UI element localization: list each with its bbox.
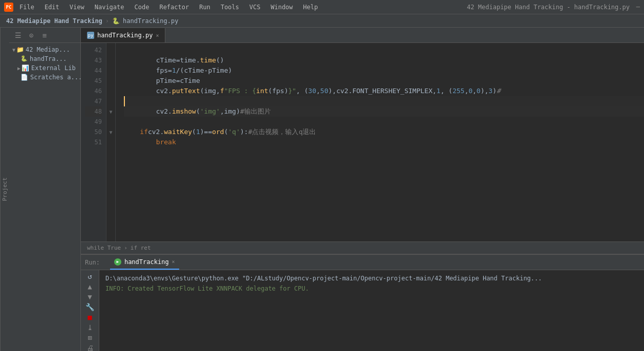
python-file-icon: 🐍: [20, 55, 28, 62]
menu-help[interactable]: Help: [301, 3, 320, 12]
code-line-47: [124, 96, 644, 106]
tree-item-scratches[interactable]: 📄 Scratches a...: [9, 73, 80, 82]
line-numbers: 42 43 44 45 46 47 48 49 50 51: [81, 43, 106, 242]
tree-arrow-extlib: ▶: [17, 65, 20, 71]
tree-item-extlib[interactable]: ▶ 📊 External Lib: [9, 63, 80, 73]
fold-arrow-48[interactable]: ▼: [109, 109, 112, 115]
menu-items: File Edit View Navigate Code Refactor Ru…: [17, 3, 467, 12]
tree-label-handtracking: handTra...: [30, 55, 67, 62]
menu-code[interactable]: Code: [133, 3, 152, 12]
code-line-42: [124, 45, 644, 55]
menu-run[interactable]: Run: [197, 3, 212, 12]
project-settings-icon[interactable]: ≡: [39, 30, 50, 41]
tree-label-extlib: External Lib: [31, 64, 76, 72]
tree-item-handtracking[interactable]: 🐍 handTra...: [9, 54, 80, 63]
project-sync-icon[interactable]: ⊙: [26, 30, 37, 41]
code-line-49: [124, 117, 644, 127]
code-line-45: pTime = cTime: [124, 76, 644, 86]
bottom-tab-close[interactable]: ×: [172, 259, 175, 265]
editor-breadcrumb: while True › if ret: [81, 242, 644, 254]
menu-window[interactable]: Window: [269, 3, 295, 12]
breadcrumb-project: 42 Mediapipe Hand Tracking: [6, 17, 102, 25]
menu-vcs[interactable]: VCS: [247, 3, 263, 12]
menu-file[interactable]: File: [17, 3, 36, 12]
print-button[interactable]: 🖨: [83, 344, 97, 351]
bottom-tab-handtracking[interactable]: ▶ handTracking ×: [110, 255, 179, 270]
run-output-line-1: D:\anaconda3\envs\Gesture\python.exe "D:…: [105, 273, 638, 283]
breadcrumb-sep: ›: [105, 17, 109, 25]
scroll-up-button[interactable]: ▲: [83, 282, 97, 291]
code-line-51: break: [124, 137, 644, 147]
editor-column: py handTracking.py × 42 43 44 45 46 47 4…: [81, 28, 644, 351]
code-line-46: cv2.putText(img, f"FPS : {int(fps)}", (3…: [124, 86, 644, 96]
project-tree: ▼ 📁 42 Mediap... 🐍 handTra... ▶ 📊 Extern…: [9, 43, 80, 351]
tree-label-root: 42 Mediap...: [26, 46, 70, 53]
stop-button[interactable]: ■: [83, 313, 97, 321]
scratches-icon: 📄: [20, 74, 28, 81]
tab-bar: py handTracking.py ×: [81, 28, 644, 43]
project-toolbar: ☰ ⊙ ≡: [9, 28, 80, 43]
fold-arrow-50[interactable]: ▼: [109, 129, 112, 135]
scroll-down-button[interactable]: ▼: [83, 293, 97, 301]
code-line-44: fps = 1/(cTime-pTime): [124, 65, 644, 76]
run-toolbar: ↺ ▲ ▼ 🔧 ■ ⤓ ⊞ 🖨 📌 🗑: [81, 270, 99, 351]
breadcrumb-bar: 42 Mediapipe Hand Tracking › 🐍 handTrack…: [0, 14, 644, 28]
tree-item-root[interactable]: ▼ 📁 42 Mediap...: [9, 45, 80, 54]
wrench-button[interactable]: 🔧: [83, 303, 97, 311]
code-editor[interactable]: 42 43 44 45 46 47 48 49 50 51: [81, 43, 644, 242]
menu-edit[interactable]: Edit: [42, 3, 61, 12]
rerun-button[interactable]: ↺: [83, 272, 97, 280]
tab-close-button[interactable]: ×: [156, 33, 159, 38]
breadcrumb-ifret: if ret: [131, 245, 151, 251]
extlib-icon: 📊: [22, 64, 29, 72]
window-title: 42 Mediapipe Hand Tracking - handTrackin…: [467, 4, 630, 11]
code-line-48: cv2.imshow('img', img) #输出图片: [124, 106, 644, 117]
breadcrumb-while: while True: [87, 245, 121, 251]
project-expand-icon[interactable]: ☰: [12, 30, 24, 41]
code-content[interactable]: cTime = time.time() fps = 1/(cTime-pTime…: [116, 43, 644, 242]
tree-arrow-root: ▼: [12, 47, 15, 53]
bottom-tab-bar: Run: ▶ handTracking ×: [81, 255, 644, 270]
tab-handtracking[interactable]: py handTracking.py ×: [81, 28, 165, 42]
run-output-line-2: INFO: Created TensorFlow Lite XNNPACK de…: [105, 283, 638, 294]
layout-button[interactable]: ⊞: [83, 334, 97, 342]
breadcrumb-sep1: ›: [124, 245, 127, 251]
app-logo: PC: [4, 3, 13, 12]
run-panel-content: ↺ ▲ ▼ 🔧 ■ ⤓ ⊞ 🖨 📌 🗑 D:\anaconda3\envs\Ge…: [81, 270, 644, 351]
code-line-50: if cv2.waitKey(1) == ord('q'):#点击视频，输入q退…: [124, 127, 644, 137]
minimize-icon[interactable]: ─: [636, 4, 640, 11]
tab-label: handTracking.py: [97, 32, 153, 39]
menu-tools[interactable]: Tools: [219, 3, 241, 12]
menu-bar: PC File Edit View Navigate Code Refactor…: [0, 0, 644, 14]
tree-label-scratches: Scratches a...: [30, 74, 80, 81]
breadcrumb-file: handTracking.py: [123, 17, 178, 25]
fold-gutter: ▼ ▼: [106, 43, 116, 242]
project-panel: ☰ ⊙ ≡ ▼ 📁 42 Mediap... 🐍 handTra...: [9, 28, 81, 351]
run-label: Run:: [85, 259, 100, 266]
bottom-panel: Run: ▶ handTracking × ↺ ▲ ▼ 🔧 ■: [81, 254, 644, 351]
menu-refactor[interactable]: Refactor: [157, 3, 191, 12]
menu-view[interactable]: View: [68, 3, 87, 12]
tab-file-icon: py: [87, 32, 94, 39]
breadcrumb-file-icon: 🐍: [112, 17, 120, 25]
bottom-tab-label: handTracking: [124, 258, 169, 266]
folder-icon-root: 📁: [16, 46, 24, 53]
scroll-to-end-button[interactable]: ⤓: [83, 323, 97, 332]
run-output: D:\anaconda3\envs\Gesture\python.exe "D:…: [99, 270, 644, 351]
menu-navigate[interactable]: Navigate: [93, 3, 126, 12]
run-status-icon: ▶: [114, 258, 121, 266]
code-line-43: cTime = time.time(): [124, 55, 644, 65]
project-panel-toggle[interactable]: Project: [0, 28, 9, 351]
